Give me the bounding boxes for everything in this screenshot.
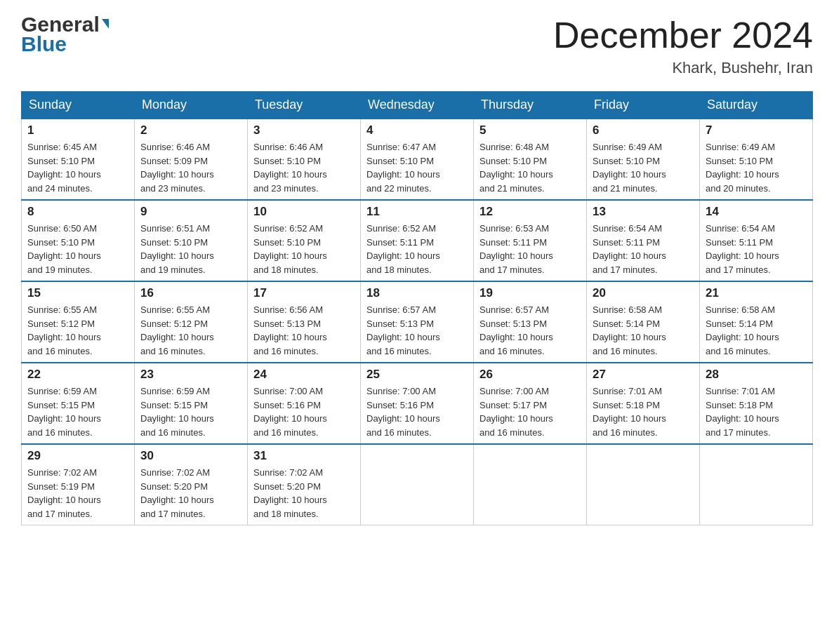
day-number: 30: [140, 449, 241, 463]
day-info: Sunrise: 7:02 AM Sunset: 5:20 PM Dayligh…: [140, 466, 241, 521]
day-number: 18: [366, 286, 468, 300]
day-number: 17: [253, 286, 355, 300]
day-info: Sunrise: 6:57 AM Sunset: 5:13 PM Dayligh…: [479, 303, 581, 358]
day-info: Sunrise: 7:02 AM Sunset: 5:20 PM Dayligh…: [253, 466, 355, 521]
day-info: Sunrise: 6:58 AM Sunset: 5:14 PM Dayligh…: [593, 303, 694, 358]
day-number: 4: [366, 123, 468, 137]
day-number: 24: [253, 368, 355, 382]
calendar-cell: 3 Sunrise: 6:46 AM Sunset: 5:10 PM Dayli…: [248, 119, 361, 200]
day-number: 5: [479, 123, 581, 137]
day-number: 19: [479, 286, 581, 300]
col-header-saturday: Saturday: [700, 92, 813, 119]
calendar-cell: 7 Sunrise: 6:49 AM Sunset: 5:10 PM Dayli…: [700, 119, 813, 200]
day-info: Sunrise: 7:01 AM Sunset: 5:18 PM Dayligh…: [593, 384, 694, 439]
day-info: Sunrise: 6:47 AM Sunset: 5:10 PM Dayligh…: [366, 140, 468, 195]
calendar-cell: 29 Sunrise: 7:02 AM Sunset: 5:19 PM Dayl…: [22, 444, 135, 525]
day-info: Sunrise: 6:55 AM Sunset: 5:12 PM Dayligh…: [27, 303, 128, 358]
calendar-cell: 19 Sunrise: 6:57 AM Sunset: 5:13 PM Dayl…: [474, 281, 587, 363]
calendar-cell: 24 Sunrise: 7:00 AM Sunset: 5:16 PM Dayl…: [248, 363, 361, 444]
day-info: Sunrise: 6:58 AM Sunset: 5:14 PM Dayligh…: [706, 303, 807, 358]
day-info: Sunrise: 6:54 AM Sunset: 5:11 PM Dayligh…: [706, 222, 807, 276]
calendar-cell: 23 Sunrise: 6:59 AM Sunset: 5:15 PM Dayl…: [135, 363, 248, 444]
col-header-friday: Friday: [587, 92, 700, 119]
day-number: 25: [366, 368, 468, 382]
day-info: Sunrise: 6:50 AM Sunset: 5:10 PM Dayligh…: [27, 222, 128, 276]
day-number: 1: [27, 123, 128, 137]
calendar-cell: 20 Sunrise: 6:58 AM Sunset: 5:14 PM Dayl…: [587, 281, 700, 363]
calendar-week-row: 8 Sunrise: 6:50 AM Sunset: 5:10 PM Dayli…: [22, 200, 813, 281]
day-number: 31: [253, 449, 355, 463]
day-number: 14: [706, 205, 807, 219]
calendar-cell: 13 Sunrise: 6:54 AM Sunset: 5:11 PM Dayl…: [587, 200, 700, 281]
day-number: 22: [27, 368, 128, 382]
day-number: 21: [706, 286, 807, 300]
day-info: Sunrise: 6:52 AM Sunset: 5:10 PM Dayligh…: [253, 222, 355, 276]
calendar-cell: 11 Sunrise: 6:52 AM Sunset: 5:11 PM Dayl…: [361, 200, 474, 281]
logo: General Blue: [21, 14, 109, 55]
day-number: 29: [27, 449, 128, 463]
calendar-cell: 5 Sunrise: 6:48 AM Sunset: 5:10 PM Dayli…: [474, 119, 587, 200]
calendar-cell: 10 Sunrise: 6:52 AM Sunset: 5:10 PM Dayl…: [248, 200, 361, 281]
calendar-cell: 2 Sunrise: 6:46 AM Sunset: 5:09 PM Dayli…: [135, 119, 248, 200]
day-info: Sunrise: 7:01 AM Sunset: 5:18 PM Dayligh…: [706, 384, 807, 439]
col-header-monday: Monday: [135, 92, 248, 119]
day-info: Sunrise: 7:00 AM Sunset: 5:16 PM Dayligh…: [366, 384, 468, 439]
page-header: General Blue December 2024 Khark, Busheh…: [21, 14, 813, 77]
col-header-wednesday: Wednesday: [361, 92, 474, 119]
calendar-cell: 31 Sunrise: 7:02 AM Sunset: 5:20 PM Dayl…: [248, 444, 361, 525]
day-number: 28: [706, 368, 807, 382]
day-info: Sunrise: 6:53 AM Sunset: 5:11 PM Dayligh…: [479, 222, 581, 276]
day-info: Sunrise: 6:45 AM Sunset: 5:10 PM Dayligh…: [27, 140, 128, 195]
day-info: Sunrise: 6:46 AM Sunset: 5:10 PM Dayligh…: [253, 140, 355, 195]
day-info: Sunrise: 6:54 AM Sunset: 5:11 PM Dayligh…: [593, 222, 694, 276]
location-text: Khark, Bushehr, Iran: [553, 59, 813, 77]
calendar-header-row: SundayMondayTuesdayWednesdayThursdayFrid…: [22, 92, 813, 119]
calendar-cell: 15 Sunrise: 6:55 AM Sunset: 5:12 PM Dayl…: [22, 281, 135, 363]
day-info: Sunrise: 6:57 AM Sunset: 5:13 PM Dayligh…: [366, 303, 468, 358]
day-info: Sunrise: 6:48 AM Sunset: 5:10 PM Dayligh…: [479, 140, 581, 195]
calendar-cell: 30 Sunrise: 7:02 AM Sunset: 5:20 PM Dayl…: [135, 444, 248, 525]
calendar-cell: 25 Sunrise: 7:00 AM Sunset: 5:16 PM Dayl…: [361, 363, 474, 444]
calendar-cell: [474, 444, 587, 525]
calendar-cell: 14 Sunrise: 6:54 AM Sunset: 5:11 PM Dayl…: [700, 200, 813, 281]
day-number: 26: [479, 368, 581, 382]
calendar-week-row: 22 Sunrise: 6:59 AM Sunset: 5:15 PM Dayl…: [22, 363, 813, 444]
day-info: Sunrise: 6:55 AM Sunset: 5:12 PM Dayligh…: [140, 303, 241, 358]
calendar-cell: [361, 444, 474, 525]
calendar-cell: 6 Sunrise: 6:49 AM Sunset: 5:10 PM Dayli…: [587, 119, 700, 200]
col-header-sunday: Sunday: [22, 92, 135, 119]
calendar-cell: 28 Sunrise: 7:01 AM Sunset: 5:18 PM Dayl…: [700, 363, 813, 444]
calendar-cell: 8 Sunrise: 6:50 AM Sunset: 5:10 PM Dayli…: [22, 200, 135, 281]
calendar-cell: [587, 444, 700, 525]
calendar-cell: 1 Sunrise: 6:45 AM Sunset: 5:10 PM Dayli…: [22, 119, 135, 200]
calendar-week-row: 1 Sunrise: 6:45 AM Sunset: 5:10 PM Dayli…: [22, 119, 813, 200]
day-info: Sunrise: 6:49 AM Sunset: 5:10 PM Dayligh…: [593, 140, 694, 195]
col-header-thursday: Thursday: [474, 92, 587, 119]
day-info: Sunrise: 7:00 AM Sunset: 5:17 PM Dayligh…: [479, 384, 581, 439]
day-info: Sunrise: 7:00 AM Sunset: 5:16 PM Dayligh…: [253, 384, 355, 439]
day-number: 2: [140, 123, 241, 137]
calendar-cell: 18 Sunrise: 6:57 AM Sunset: 5:13 PM Dayl…: [361, 281, 474, 363]
logo-blue-text: Blue: [21, 34, 67, 55]
logo-arrow-icon: [102, 19, 109, 29]
calendar-cell: 9 Sunrise: 6:51 AM Sunset: 5:10 PM Dayli…: [135, 200, 248, 281]
day-number: 15: [27, 286, 128, 300]
day-number: 8: [27, 205, 128, 219]
day-number: 27: [593, 368, 694, 382]
day-info: Sunrise: 6:59 AM Sunset: 5:15 PM Dayligh…: [140, 384, 241, 439]
calendar-cell: 27 Sunrise: 7:01 AM Sunset: 5:18 PM Dayl…: [587, 363, 700, 444]
calendar-cell: 21 Sunrise: 6:58 AM Sunset: 5:14 PM Dayl…: [700, 281, 813, 363]
day-number: 23: [140, 368, 241, 382]
day-number: 6: [593, 123, 694, 137]
day-info: Sunrise: 7:02 AM Sunset: 5:19 PM Dayligh…: [27, 466, 128, 521]
day-number: 3: [253, 123, 355, 137]
calendar-table: SundayMondayTuesdayWednesdayThursdayFrid…: [21, 91, 813, 525]
month-title: December 2024: [553, 14, 813, 56]
day-number: 13: [593, 205, 694, 219]
calendar-cell: 4 Sunrise: 6:47 AM Sunset: 5:10 PM Dayli…: [361, 119, 474, 200]
col-header-tuesday: Tuesday: [248, 92, 361, 119]
calendar-cell: 17 Sunrise: 6:56 AM Sunset: 5:13 PM Dayl…: [248, 281, 361, 363]
calendar-cell: 26 Sunrise: 7:00 AM Sunset: 5:17 PM Dayl…: [474, 363, 587, 444]
day-number: 9: [140, 205, 241, 219]
day-info: Sunrise: 6:59 AM Sunset: 5:15 PM Dayligh…: [27, 384, 128, 439]
